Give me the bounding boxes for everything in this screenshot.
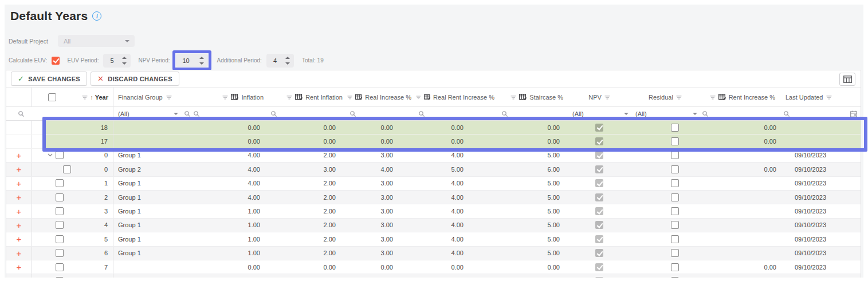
cell-select[interactable] bbox=[32, 177, 72, 190]
select-all-checkbox[interactable] bbox=[48, 93, 56, 101]
header-cell-group[interactable]: Financial Group bbox=[113, 88, 191, 106]
filter-cell-realIncrease[interactable] bbox=[347, 107, 416, 120]
npv-period-spinner[interactable]: 10 bbox=[176, 54, 208, 67]
column-chooser-button[interactable] bbox=[839, 73, 855, 86]
add-row-button[interactable]: + bbox=[17, 235, 22, 243]
residual-checkbox[interactable] bbox=[671, 151, 679, 159]
add-row-button[interactable]: + bbox=[17, 221, 22, 229]
npv-checkbox[interactable] bbox=[595, 165, 603, 173]
cell-add-row[interactable]: + bbox=[6, 247, 32, 260]
npv-checkbox[interactable] bbox=[595, 221, 603, 229]
cell-select[interactable] bbox=[32, 149, 72, 162]
cell-select[interactable] bbox=[32, 274, 72, 278]
npv-checkbox[interactable] bbox=[595, 263, 603, 271]
cell-select[interactable] bbox=[32, 163, 72, 176]
npv-checkbox[interactable] bbox=[595, 151, 603, 159]
residual-checkbox[interactable] bbox=[671, 193, 679, 201]
header-cell-npv[interactable]: NPV bbox=[568, 88, 631, 106]
cell-select[interactable] bbox=[32, 232, 72, 246]
header-cell-lastUpdated[interactable]: Last Updated bbox=[780, 88, 861, 106]
cell-add-row[interactable]: + bbox=[6, 191, 32, 204]
add-row-button[interactable]: + bbox=[17, 151, 22, 160]
add-row-button[interactable]: + bbox=[17, 207, 22, 216]
residual-checkbox[interactable] bbox=[671, 179, 679, 187]
cell-add-row[interactable]: + bbox=[6, 260, 32, 274]
residual-checkbox[interactable] bbox=[671, 207, 679, 215]
row-checkbox[interactable] bbox=[56, 249, 64, 257]
residual-checkbox[interactable] bbox=[671, 235, 679, 243]
npv-checkbox[interactable] bbox=[595, 124, 603, 132]
residual-checkbox[interactable] bbox=[671, 124, 679, 132]
header-cell-year[interactable]: ↑Year bbox=[72, 88, 113, 106]
npv-checkbox[interactable] bbox=[595, 249, 603, 257]
filter-cell-rentInflation[interactable] bbox=[268, 107, 347, 120]
filter-cell-rentIncrease[interactable] bbox=[700, 107, 780, 120]
expand-chevron[interactable] bbox=[48, 153, 53, 157]
header-cell-inflation[interactable]: Inflation bbox=[191, 88, 268, 106]
cell-add-row[interactable]: + bbox=[6, 204, 32, 217]
npv-checkbox[interactable] bbox=[595, 193, 603, 201]
cell-select[interactable] bbox=[32, 260, 72, 274]
row-checkbox[interactable] bbox=[56, 263, 64, 271]
spin-buttons[interactable] bbox=[199, 56, 204, 65]
npv-checkbox[interactable] bbox=[595, 207, 603, 215]
npv-checkbox[interactable] bbox=[595, 179, 603, 187]
row-checkbox[interactable] bbox=[56, 235, 64, 243]
cell-select[interactable] bbox=[32, 247, 72, 260]
cell-add-row[interactable]: + bbox=[6, 177, 32, 190]
npv-checkbox[interactable] bbox=[595, 235, 603, 243]
filter-cell-year[interactable] bbox=[6, 107, 113, 120]
add-row-button[interactable]: + bbox=[17, 179, 22, 188]
spin-buttons[interactable] bbox=[122, 56, 127, 65]
filter-cell-realRentIncrease[interactable] bbox=[416, 107, 499, 120]
cell-add-row[interactable]: + bbox=[6, 274, 32, 278]
row-checkbox[interactable] bbox=[56, 151, 64, 159]
add-row-button[interactable]: + bbox=[17, 193, 22, 201]
residual-checkbox[interactable] bbox=[671, 137, 679, 145]
filter-cell-npv[interactable]: (All) bbox=[568, 107, 631, 120]
residual-checkbox[interactable] bbox=[671, 277, 679, 278]
npv-checkbox[interactable] bbox=[595, 137, 603, 145]
cell-add-row[interactable]: + bbox=[6, 232, 32, 246]
add-row-button[interactable]: + bbox=[17, 249, 22, 258]
cell-select[interactable] bbox=[32, 191, 72, 204]
row-checkbox[interactable] bbox=[56, 277, 64, 278]
add-row-button[interactable]: + bbox=[17, 276, 22, 278]
cell-select[interactable] bbox=[32, 219, 72, 232]
filter-cell-residual[interactable]: (All) bbox=[631, 107, 700, 120]
row-checkbox[interactable] bbox=[56, 193, 64, 201]
discard-changes-button[interactable]: ✕ DISCARD CHANGES bbox=[91, 72, 179, 86]
header-cell-realRentIncrease[interactable]: Real Rent Increase % bbox=[416, 88, 499, 106]
cell-add-row[interactable]: + bbox=[6, 149, 32, 162]
add-row-button[interactable]: + bbox=[17, 263, 22, 271]
row-checkbox[interactable] bbox=[56, 207, 64, 215]
add-row-button[interactable]: + bbox=[17, 165, 22, 173]
residual-checkbox[interactable] bbox=[671, 221, 679, 229]
default-project-select[interactable]: All bbox=[58, 35, 135, 47]
npv-checkbox[interactable] bbox=[595, 277, 603, 278]
header-cell-realIncrease[interactable]: Real Increase % bbox=[347, 88, 416, 106]
cell-add-row[interactable]: + bbox=[6, 163, 32, 176]
header-cell-rentInflation[interactable]: Rent Inflation bbox=[268, 88, 347, 106]
save-changes-button[interactable]: ✓ SAVE CHANGES bbox=[11, 72, 87, 86]
filter-cell-lastUpdated[interactable] bbox=[780, 107, 861, 120]
header-cell-residual[interactable]: Residual bbox=[631, 88, 700, 106]
additional-period-spinner[interactable]: 4 bbox=[266, 54, 294, 68]
filter-cell-staircase[interactable] bbox=[499, 107, 568, 120]
cell-select[interactable] bbox=[32, 204, 72, 217]
filter-cell-group[interactable]: (All) bbox=[113, 107, 191, 120]
residual-checkbox[interactable] bbox=[671, 263, 679, 271]
header-cell-staircase[interactable]: Staircase % bbox=[499, 88, 568, 106]
spin-buttons[interactable] bbox=[285, 56, 290, 65]
residual-checkbox[interactable] bbox=[671, 165, 679, 173]
residual-checkbox[interactable] bbox=[671, 249, 679, 257]
info-icon[interactable]: i bbox=[92, 11, 101, 21]
euv-period-spinner[interactable]: 5 bbox=[103, 54, 131, 68]
row-checkbox[interactable] bbox=[56, 221, 64, 229]
cell-add-row[interactable]: + bbox=[6, 219, 32, 232]
filter-cell-inflation[interactable] bbox=[191, 107, 268, 120]
row-checkbox[interactable] bbox=[56, 179, 64, 187]
row-checkbox[interactable] bbox=[63, 165, 71, 173]
calculate-euv-checkbox[interactable] bbox=[52, 57, 60, 65]
header-cell-rentIncrease[interactable]: Rent Increase % bbox=[700, 88, 780, 106]
